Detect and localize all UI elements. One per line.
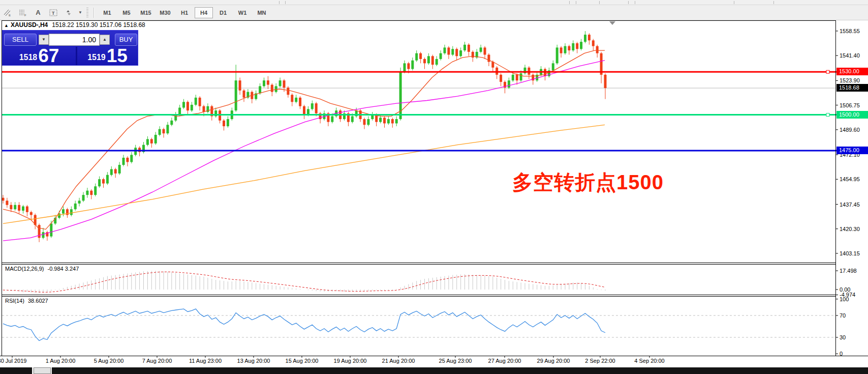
buy-button[interactable]: BUY	[115, 34, 137, 46]
symbol-timeframe: XAUUSD-,H4	[11, 21, 48, 28]
mt4-window: E F A T ▼ M1M5M15M30H1H4D1W1MN 1558.5515…	[0, 0, 868, 374]
ask-price-big: 15	[107, 47, 128, 65]
rsi-line	[3, 309, 605, 340]
quote-line: ▲XAUUSD-,H41518.22 1519.30 1517.06 1518.…	[4, 21, 145, 28]
ask-price-small: 1519	[87, 50, 106, 65]
ask-price[interactable]: 1519 15	[77, 47, 138, 65]
volume-increase-button[interactable]: ▲	[100, 35, 110, 45]
bid-price-big: 67	[38, 47, 59, 65]
volume-decrease-button[interactable]: ▼	[39, 35, 49, 45]
macd-indicator	[3, 271, 605, 293]
ma-fast	[3, 50, 605, 229]
sell-button[interactable]: SELL	[4, 34, 37, 46]
bid-price-small: 1518	[19, 50, 38, 65]
volume-input[interactable]	[49, 34, 100, 46]
chart-annotation-text: 多空转折点1500	[512, 168, 664, 196]
bid-price[interactable]: 1518 67	[3, 47, 77, 65]
chart-shift-marker[interactable]	[609, 21, 615, 25]
line-anchor-marker	[826, 113, 829, 117]
line-anchor-marker	[826, 70, 829, 73]
macd-signal-line	[3, 272, 605, 292]
one-click-trading-panel: SELL ▼ ▲ BUY 1518 67 1519 15	[2, 30, 138, 66]
quote-ohlc: 1518.22 1519.30 1517.06 1518.68	[52, 21, 145, 28]
up-arrow-icon: ▲	[4, 23, 9, 28]
